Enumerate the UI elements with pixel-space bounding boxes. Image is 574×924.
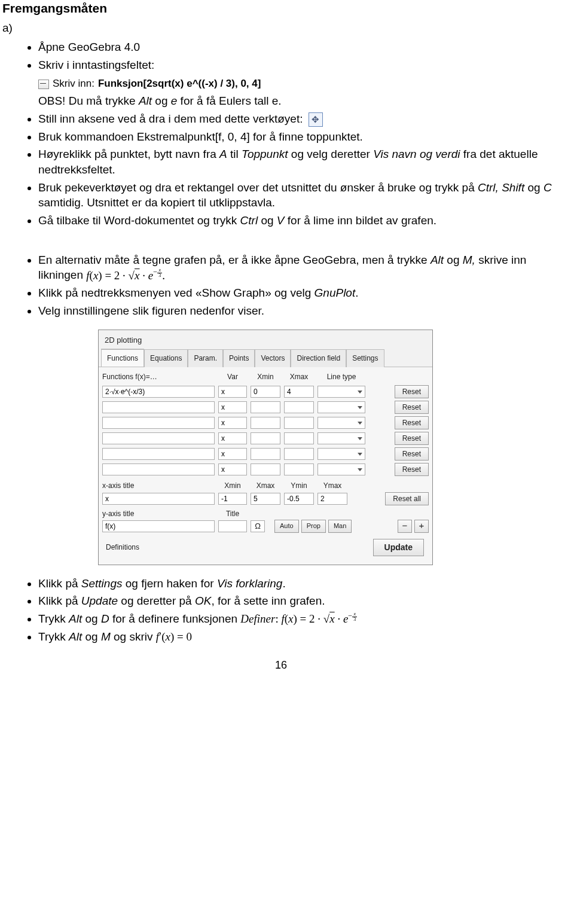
function-input[interactable]	[102, 386, 215, 398]
obs-line: OBS! Du må trykke Alt og e for å få Eule…	[2, 93, 560, 109]
xmin-input[interactable]	[251, 417, 280, 429]
tab-settings[interactable]: Settings	[346, 349, 384, 367]
skriv-inn-label: Skriv inn:	[53, 77, 94, 91]
xmax-input[interactable]	[284, 401, 314, 413]
tab-equations[interactable]: Equations	[144, 349, 188, 367]
xmin-input[interactable]	[218, 493, 247, 505]
reset-button[interactable]: Reset	[395, 447, 429, 461]
x-axis-title-input[interactable]	[102, 493, 215, 505]
minus-button[interactable]: −	[398, 520, 412, 533]
function-row: Reset	[102, 431, 429, 446]
skriv-inn-bar: Skriv inn: Funksjon[2sqrt(x) e^((-x) / 3…	[38, 77, 560, 91]
reset-button[interactable]: Reset	[395, 385, 429, 398]
list-item: Trykk Alt og M og skriv f′(x) = 0	[38, 629, 560, 645]
update-button[interactable]: Update	[373, 539, 424, 556]
xmax-input[interactable]	[284, 386, 314, 398]
input-icon	[38, 80, 49, 89]
section-title: Fremgangsmåten	[2, 0, 560, 17]
function-input[interactable]	[102, 463, 215, 475]
xmax-input[interactable]	[251, 493, 280, 505]
instruction-list-3: En alternativ måte å tegne grafen på, er…	[2, 252, 560, 319]
line-type-select[interactable]	[317, 432, 365, 444]
ymin-input[interactable]	[284, 493, 314, 505]
tab-functions[interactable]: Functions	[101, 349, 144, 367]
x-axis-row: Reset all	[102, 492, 429, 505]
prop-button[interactable]: Prop	[301, 520, 326, 533]
line-type-select[interactable]	[317, 386, 365, 398]
reset-button[interactable]: Reset	[395, 416, 429, 429]
auto-button[interactable]: Auto	[274, 520, 299, 533]
list-item: Klikk på Update og deretter på OK, for å…	[38, 593, 560, 609]
tab-points[interactable]: Points	[223, 349, 255, 367]
xmin-input[interactable]	[251, 386, 280, 398]
var-input[interactable]	[218, 386, 247, 398]
var-input[interactable]	[218, 448, 247, 460]
tab-direction-field[interactable]: Direction field	[291, 349, 346, 367]
xmax-input[interactable]	[284, 463, 314, 475]
line-type-select[interactable]	[317, 463, 365, 475]
xmin-input[interactable]	[251, 448, 280, 460]
xmax-input[interactable]	[284, 417, 314, 429]
function-row: Reset	[102, 446, 429, 462]
xmax-input[interactable]	[284, 432, 314, 444]
var-input[interactable]	[218, 463, 247, 475]
xmin-input[interactable]	[251, 401, 280, 413]
formula-fx: f(x) = 2 · √x · e−x3.	[86, 269, 165, 282]
y-axis-title-input[interactable]	[102, 520, 215, 532]
var-input[interactable]	[218, 417, 247, 429]
line-type-select[interactable]	[317, 448, 365, 460]
reset-button[interactable]: Reset	[395, 432, 429, 445]
list-item: Trykk Alt og D for å definere funksjonen…	[38, 611, 560, 627]
xmin-input[interactable]	[251, 432, 280, 444]
plus-button[interactable]: +	[414, 520, 429, 533]
function-input[interactable]	[102, 417, 215, 429]
reset-button[interactable]: Reset	[395, 401, 429, 414]
list-item: Gå tilbake til Word-dokumentet og trykk …	[38, 213, 560, 228]
title-input[interactable]	[218, 520, 247, 532]
skriv-inn-command: Funksjon[2sqrt(x) e^((-x) / 3), 0, 4]	[98, 77, 261, 91]
line-type-select[interactable]	[317, 417, 365, 429]
move-axes-tool-icon	[309, 112, 323, 127]
function-input[interactable]	[102, 401, 215, 413]
y-axis-row: Ω Auto Prop Man − +	[102, 520, 429, 533]
reset-button[interactable]: Reset	[395, 463, 429, 476]
man-button[interactable]: Man	[328, 520, 352, 533]
formula-definer: Definer: f(x) = 2 · √x · e−x3	[240, 612, 357, 625]
list-item: Still inn aksene ved å dra i dem med det…	[38, 111, 560, 127]
function-row: Reset	[102, 415, 429, 431]
tab-param[interactable]: Param.	[188, 349, 223, 367]
list-item: Klikk på Settings og fjern haken for Vis…	[38, 576, 560, 591]
subsection-a: a)	[2, 20, 560, 36]
ymax-input[interactable]	[317, 493, 347, 505]
function-input[interactable]	[102, 448, 215, 460]
definitions-label: Definitions	[106, 542, 139, 552]
xmin-input[interactable]	[251, 463, 280, 475]
tabs-bar: Functions Equations Param. Points Vector…	[99, 349, 432, 367]
function-row: Reset	[102, 400, 429, 415]
omega-button[interactable]: Ω	[251, 520, 265, 532]
instruction-list-2: Still inn aksene ved å dra i dem med det…	[2, 111, 560, 228]
var-input[interactable]	[218, 401, 247, 413]
x-axis-header: x-axis title Xmin Xmax Ymin Ymax	[102, 477, 429, 492]
dialog-title: 2D plotting	[99, 330, 432, 349]
list-item: Åpne GeoGebra 4.0	[38, 39, 560, 55]
tab-vectors[interactable]: Vectors	[255, 349, 291, 367]
list-item: Velg innstillingene slik figuren nedenfo…	[38, 303, 560, 319]
list-item: Skriv i inntastingsfeltet:	[38, 57, 560, 73]
function-input[interactable]	[102, 432, 215, 444]
formula-fprime: f′(x) = 0	[156, 630, 192, 643]
instruction-list-1: Åpne GeoGebra 4.0 Skriv i inntastingsfel…	[2, 39, 560, 72]
page-number: 16	[2, 658, 560, 672]
var-input[interactable]	[218, 432, 247, 444]
xmax-input[interactable]	[284, 448, 314, 460]
line-type-select[interactable]	[317, 401, 365, 413]
reset-all-button[interactable]: Reset all	[385, 492, 429, 505]
list-item: Bruk kommandoen Ekstremalpunkt[f, 0, 4] …	[38, 129, 560, 145]
instruction-list-4: Klikk på Settings og fjern haken for Vis…	[2, 576, 560, 645]
function-row: Reset	[102, 384, 429, 400]
plotting-dialog: 2D plotting Functions Equations Param. P…	[98, 330, 433, 565]
y-axis-header: y-axis title Title	[102, 505, 429, 520]
fn-header-row: Functions f(x)=… Var Xmin Xmax Line type	[102, 371, 429, 384]
function-row: Reset	[102, 462, 429, 477]
list-item: Høyreklikk på punktet, bytt navn fra A t…	[38, 147, 560, 177]
